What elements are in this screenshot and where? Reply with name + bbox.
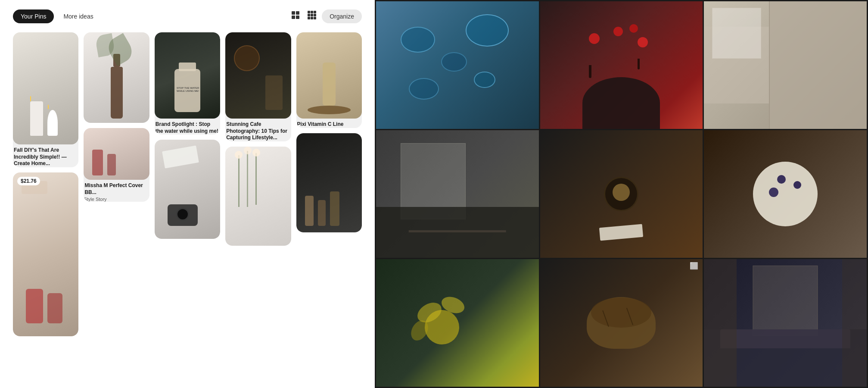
price-badge: $21.76 [17,177,40,185]
grid-2col-icon[interactable] [289,9,302,24]
pin-card-pixi[interactable]: Pixi Vitamin C Line [296,32,362,128]
svg-rect-9 [314,14,316,16]
tile-bedroom[interactable] [376,130,539,258]
pin-card-beauty[interactable] [296,133,362,232]
main-container: Your Pins More ideas [0,0,868,388]
pin-label-skincare: Brand Spotlight : Stop the water while u… [155,121,220,135]
tile-flowers[interactable] [376,259,539,387]
tile-coffee[interactable] [540,130,703,258]
pin-label-bb: Missha M Perfect Cover BB... [84,182,149,196]
left-panel: Your Pins More ideas [0,0,375,388]
view-controls: Organize [289,9,362,24]
pin-card-6[interactable]: $21.76 [13,172,78,336]
svg-rect-10 [308,17,310,19]
grid-3col-icon[interactable] [305,9,318,24]
tile-kitchen[interactable] [704,1,867,129]
svg-rect-0 [292,11,295,15]
tile-water[interactable] [376,1,539,129]
pin-label-candles: Fall DIY's That Are Incredibly Simple!! … [13,147,78,167]
svg-rect-7 [308,14,310,16]
pin-column-1: Fall DIY's That Are Incredibly Simple!! … [13,32,78,336]
pin-card-bottle[interactable] [84,32,149,123]
pin-column-4: Stunning Cafe Photography: 10 Tips for C… [225,32,291,246]
pin-card-cafe[interactable]: Stunning Cafe Photography: 10 Tips for C… [225,32,291,141]
tab-your-pins[interactable]: Your Pins [13,9,54,23]
pin-card-flatlay[interactable] [155,140,220,239]
pin-label-cafe: Stunning Cafe Photography: 10 Tips for C… [225,121,291,141]
tile-raspberries[interactable] [540,1,703,129]
svg-rect-8 [311,14,313,16]
svg-rect-12 [314,17,316,19]
svg-rect-2 [292,16,295,19]
tile-bread[interactable]: ⬜ [540,259,703,387]
pin-card-flowers2[interactable] [225,147,291,246]
svg-rect-11 [311,17,313,19]
tile-berries[interactable] [704,130,867,258]
bookmark-icon: ⬜ [690,262,698,270]
pin-column-3: STOP THE WATERWHILE USING ME! Brand Spot… [155,32,220,239]
pin-label-pixi: Pixi Vitamin C Line [296,121,362,128]
svg-rect-3 [296,16,299,19]
toolbar: Your Pins More ideas [13,9,362,24]
right-panel: ⬜ [375,0,868,388]
pin-sublabel-bb: Style Story [84,197,149,202]
svg-rect-6 [314,11,316,13]
svg-rect-1 [296,11,299,15]
tab-group: Your Pins More ideas [13,9,101,23]
pin-column-5: Pixi Vitamin C Line [296,32,362,232]
pin-card-skincare[interactable]: STOP THE WATERWHILE USING ME! Brand Spot… [155,32,220,135]
tab-more-ideas[interactable]: More ideas [56,9,101,23]
organize-button[interactable]: Organize [322,9,362,23]
pin-card-bb[interactable]: Missha M Perfect Cover BB... Style Story [84,128,149,202]
svg-rect-5 [311,11,313,13]
svg-rect-4 [308,11,310,13]
tile-darkbedroom[interactable] [704,259,867,387]
pin-column-2: Missha M Perfect Cover BB... Style Story [84,32,149,202]
pin-card-candles[interactable]: Fall DIY's That Are Incredibly Simple!! … [13,32,78,167]
